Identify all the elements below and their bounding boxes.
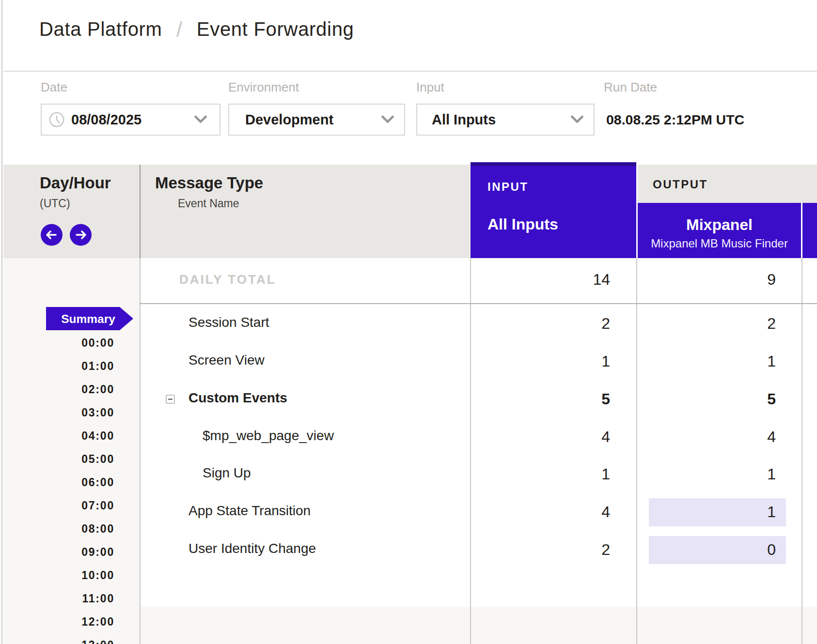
svg-text:Summary: Summary — [61, 312, 115, 325]
